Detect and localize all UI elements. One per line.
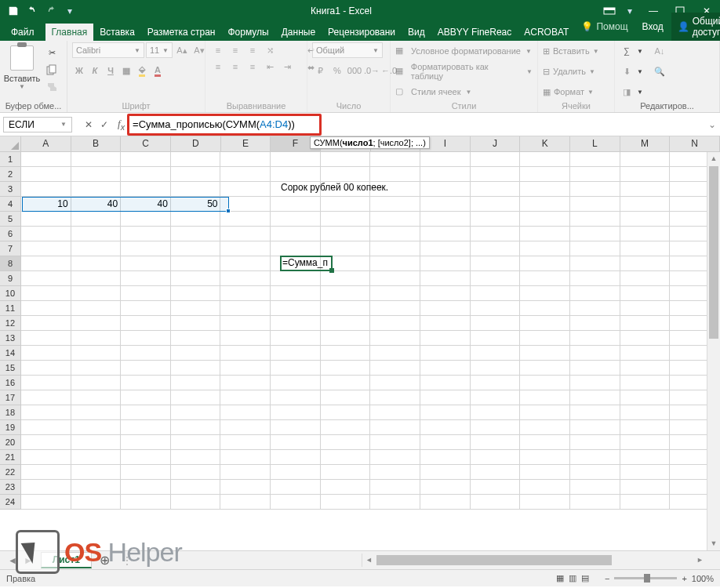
cell[interactable]: [520, 152, 570, 167]
cell[interactable]: [171, 480, 221, 495]
cell[interactable]: [271, 331, 321, 346]
cell[interactable]: [520, 465, 570, 480]
cell[interactable]: [620, 331, 671, 346]
cell[interactable]: [21, 316, 71, 331]
cell[interactable]: [321, 271, 371, 286]
cell[interactable]: [471, 256, 521, 271]
cell[interactable]: [471, 182, 521, 197]
cell[interactable]: [121, 182, 171, 197]
cell[interactable]: [321, 256, 371, 271]
cell[interactable]: [121, 495, 171, 510]
cell[interactable]: [220, 465, 271, 480]
cell[interactable]: [271, 241, 321, 256]
cell[interactable]: [21, 271, 71, 286]
cell[interactable]: [520, 346, 570, 361]
cell[interactable]: [370, 212, 420, 227]
cell[interactable]: [321, 152, 371, 167]
cell[interactable]: [121, 346, 171, 361]
cell[interactable]: [21, 465, 71, 480]
cell[interactable]: [520, 495, 570, 510]
tab-page-layout[interactable]: Разметка стран: [141, 24, 222, 41]
cell[interactable]: [71, 376, 122, 390]
decrease-font-icon[interactable]: A▾: [191, 42, 207, 58]
cell[interactable]: [570, 435, 620, 450]
cell[interactable]: [121, 271, 171, 286]
cell[interactable]: [121, 420, 171, 435]
cell[interactable]: [370, 256, 420, 271]
cell[interactable]: [121, 227, 171, 241]
paste-button[interactable]: Вставить ▼: [5, 42, 39, 90]
cell[interactable]: [121, 450, 171, 465]
cell[interactable]: [570, 480, 620, 495]
tab-view[interactable]: Вид: [402, 24, 431, 41]
cell[interactable]: [520, 286, 570, 301]
cell[interactable]: [71, 286, 122, 301]
cell[interactable]: [471, 331, 521, 346]
row-header[interactable]: 10: [0, 286, 21, 301]
cell[interactable]: [520, 405, 570, 420]
cell[interactable]: [420, 390, 471, 405]
column-header[interactable]: M: [620, 136, 671, 151]
cell[interactable]: [171, 331, 221, 346]
scroll-up-icon[interactable]: ▲: [707, 152, 720, 165]
row-header[interactable]: 23: [0, 480, 21, 495]
cell[interactable]: [121, 376, 171, 390]
horizontal-scrollbar[interactable]: ◄ ►: [362, 554, 707, 567]
cell[interactable]: [21, 227, 71, 241]
cell[interactable]: [171, 316, 221, 331]
row-header[interactable]: 18: [0, 405, 21, 420]
cell[interactable]: [271, 405, 321, 420]
font-color-icon[interactable]: A: [151, 63, 165, 78]
cell[interactable]: [171, 346, 221, 361]
cell[interactable]: [171, 271, 221, 286]
view-page-layout-icon[interactable]: ▥: [569, 573, 576, 583]
cell[interactable]: [570, 420, 620, 435]
cell[interactable]: [570, 361, 620, 376]
cell[interactable]: [121, 331, 171, 346]
cell[interactable]: [471, 435, 521, 450]
align-middle-icon[interactable]: ≡: [227, 42, 243, 58]
cell[interactable]: [220, 197, 271, 212]
cell[interactable]: [620, 376, 671, 390]
cell[interactable]: [620, 450, 671, 465]
cell[interactable]: [370, 316, 420, 331]
cell[interactable]: [71, 450, 122, 465]
zoom-out-icon[interactable]: −: [605, 574, 609, 583]
cell[interactable]: [570, 301, 620, 316]
align-right-icon[interactable]: ≡: [245, 59, 260, 74]
sheet-nav-next-icon[interactable]: ►: [24, 555, 33, 566]
cell[interactable]: [471, 480, 521, 495]
cell[interactable]: [570, 212, 620, 227]
cell[interactable]: [21, 480, 71, 495]
cell[interactable]: [420, 227, 471, 241]
cell[interactable]: [620, 286, 671, 301]
cell[interactable]: [321, 227, 371, 241]
cell[interactable]: [370, 241, 420, 256]
cell[interactable]: [171, 301, 221, 316]
undo-icon[interactable]: [24, 2, 41, 20]
cell[interactable]: [71, 495, 122, 510]
expand-formula-bar-icon[interactable]: ⌄: [704, 119, 720, 130]
cell[interactable]: [570, 167, 620, 182]
cell[interactable]: [471, 316, 521, 331]
cell[interactable]: [321, 465, 371, 480]
cell[interactable]: [420, 346, 471, 361]
tab-home[interactable]: Главная: [45, 24, 94, 41]
cell[interactable]: [420, 182, 471, 197]
cell[interactable]: [121, 301, 171, 316]
cell[interactable]: [471, 167, 521, 182]
cell[interactable]: [520, 435, 570, 450]
cell[interactable]: [21, 167, 71, 182]
cell[interactable]: [471, 405, 521, 420]
cell[interactable]: [471, 271, 521, 286]
cell[interactable]: [420, 361, 471, 376]
borders-icon[interactable]: ▦: [119, 63, 133, 78]
cell[interactable]: [220, 331, 271, 346]
cell[interactable]: [471, 227, 521, 241]
cell[interactable]: [420, 241, 471, 256]
cell[interactable]: [620, 182, 671, 197]
cell[interactable]: [171, 286, 221, 301]
underline-button[interactable]: Ч: [104, 63, 118, 78]
conditional-formatting[interactable]: ▦Условное форматирование▼: [395, 42, 532, 60]
cell[interactable]: [620, 390, 671, 405]
